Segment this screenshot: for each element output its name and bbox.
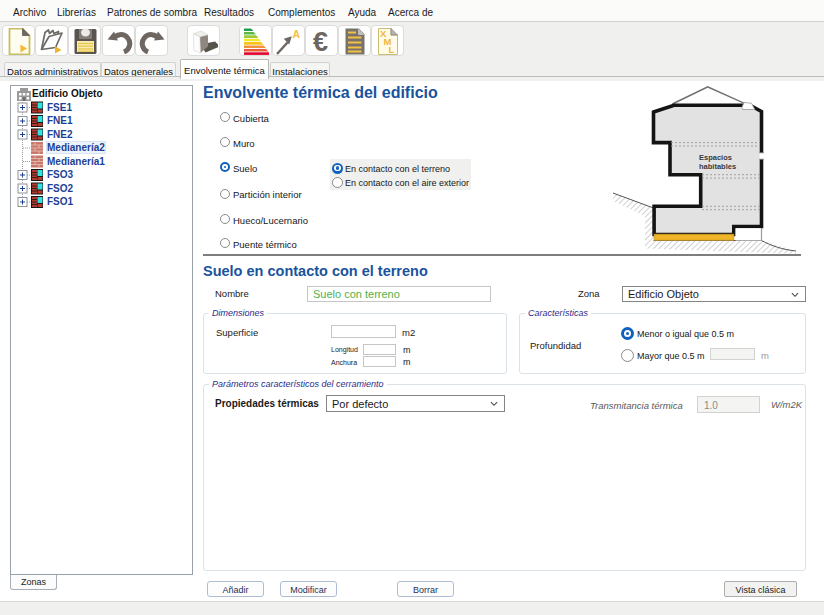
svg-text:L: L — [389, 44, 395, 55]
svg-text:€: € — [313, 28, 328, 55]
svg-text:habitables: habitables — [699, 162, 736, 171]
svg-text:A: A — [293, 28, 301, 40]
svg-text:Espacios: Espacios — [699, 153, 732, 162]
